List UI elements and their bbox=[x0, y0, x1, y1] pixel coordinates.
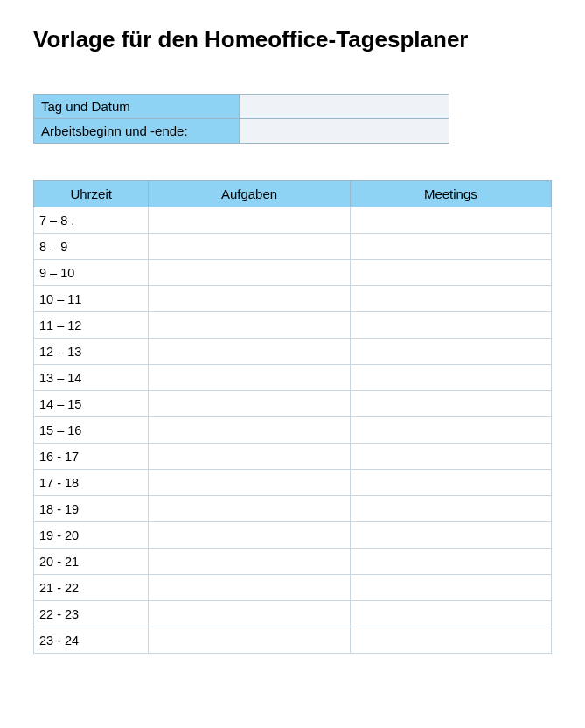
tasks-cell[interactable] bbox=[149, 260, 350, 286]
schedule-table: Uhrzeit Aufgaben Meetings 7 – 8 .8 – 99 … bbox=[33, 180, 552, 654]
time-cell: 10 – 11 bbox=[34, 286, 149, 312]
schedule-row: 14 – 15 bbox=[34, 391, 552, 417]
tasks-cell[interactable] bbox=[149, 207, 350, 234]
time-cell: 19 - 20 bbox=[34, 522, 149, 549]
tasks-cell[interactable] bbox=[149, 444, 350, 470]
schedule-row: 23 - 24 bbox=[34, 627, 552, 654]
schedule-row: 12 – 13 bbox=[34, 339, 552, 365]
time-cell: 22 - 23 bbox=[34, 601, 149, 627]
info-row: Arbeitsbeginn und -ende: bbox=[34, 119, 449, 144]
schedule-row: 21 - 22 bbox=[34, 575, 552, 601]
tasks-cell[interactable] bbox=[149, 549, 350, 575]
meetings-cell[interactable] bbox=[350, 286, 551, 312]
time-cell: 8 – 9 bbox=[34, 234, 149, 260]
page-title: Vorlage für den Homeoffice-Tagesplaner bbox=[33, 26, 552, 53]
meetings-cell[interactable] bbox=[350, 234, 551, 260]
meetings-cell[interactable] bbox=[350, 522, 551, 549]
tasks-cell[interactable] bbox=[149, 312, 350, 339]
schedule-row: 15 – 16 bbox=[34, 417, 552, 444]
time-cell: 17 - 18 bbox=[34, 470, 149, 496]
info-row: Tag und Datum bbox=[34, 94, 449, 119]
info-value[interactable] bbox=[240, 119, 449, 144]
meetings-cell[interactable] bbox=[350, 496, 551, 522]
meetings-cell[interactable] bbox=[350, 417, 551, 444]
meetings-cell[interactable] bbox=[350, 391, 551, 417]
meetings-cell[interactable] bbox=[350, 575, 551, 601]
schedule-row: 8 – 9 bbox=[34, 234, 552, 260]
header-tasks: Aufgaben bbox=[149, 181, 350, 207]
tasks-cell[interactable] bbox=[149, 496, 350, 522]
info-label: Arbeitsbeginn und -ende: bbox=[34, 119, 240, 144]
tasks-cell[interactable] bbox=[149, 234, 350, 260]
tasks-cell[interactable] bbox=[149, 286, 350, 312]
meetings-cell[interactable] bbox=[350, 627, 551, 654]
tasks-cell[interactable] bbox=[149, 470, 350, 496]
time-cell: 20 - 21 bbox=[34, 549, 149, 575]
header-time: Uhrzeit bbox=[34, 181, 149, 207]
time-cell: 7 – 8 . bbox=[34, 207, 149, 234]
time-cell: 12 – 13 bbox=[34, 339, 149, 365]
time-cell: 9 – 10 bbox=[34, 260, 149, 286]
tasks-cell[interactable] bbox=[149, 365, 350, 391]
header-meetings: Meetings bbox=[350, 181, 551, 207]
time-cell: 11 – 12 bbox=[34, 312, 149, 339]
tasks-cell[interactable] bbox=[149, 417, 350, 444]
time-cell: 14 – 15 bbox=[34, 391, 149, 417]
info-table: Tag und DatumArbeitsbeginn und -ende: bbox=[33, 94, 449, 144]
schedule-row: 7 – 8 . bbox=[34, 207, 552, 234]
info-value[interactable] bbox=[240, 94, 449, 119]
meetings-cell[interactable] bbox=[350, 207, 551, 234]
time-cell: 23 - 24 bbox=[34, 627, 149, 654]
meetings-cell[interactable] bbox=[350, 260, 551, 286]
tasks-cell[interactable] bbox=[149, 339, 350, 365]
time-cell: 15 – 16 bbox=[34, 417, 149, 444]
schedule-row: 10 – 11 bbox=[34, 286, 552, 312]
schedule-row: 22 - 23 bbox=[34, 601, 552, 627]
schedule-row: 19 - 20 bbox=[34, 522, 552, 549]
meetings-cell[interactable] bbox=[350, 470, 551, 496]
time-cell: 21 - 22 bbox=[34, 575, 149, 601]
tasks-cell[interactable] bbox=[149, 601, 350, 627]
schedule-row: 18 - 19 bbox=[34, 496, 552, 522]
tasks-cell[interactable] bbox=[149, 391, 350, 417]
schedule-row: 17 - 18 bbox=[34, 470, 552, 496]
tasks-cell[interactable] bbox=[149, 575, 350, 601]
meetings-cell[interactable] bbox=[350, 444, 551, 470]
schedule-row: 20 - 21 bbox=[34, 549, 552, 575]
time-cell: 16 - 17 bbox=[34, 444, 149, 470]
schedule-row: 11 – 12 bbox=[34, 312, 552, 339]
time-cell: 13 – 14 bbox=[34, 365, 149, 391]
tasks-cell[interactable] bbox=[149, 522, 350, 549]
meetings-cell[interactable] bbox=[350, 601, 551, 627]
meetings-cell[interactable] bbox=[350, 365, 551, 391]
meetings-cell[interactable] bbox=[350, 312, 551, 339]
schedule-row: 16 - 17 bbox=[34, 444, 552, 470]
meetings-cell[interactable] bbox=[350, 549, 551, 575]
meetings-cell[interactable] bbox=[350, 339, 551, 365]
tasks-cell[interactable] bbox=[149, 627, 350, 654]
schedule-row: 9 – 10 bbox=[34, 260, 552, 286]
info-label: Tag und Datum bbox=[34, 94, 240, 119]
schedule-row: 13 – 14 bbox=[34, 365, 552, 391]
time-cell: 18 - 19 bbox=[34, 496, 149, 522]
